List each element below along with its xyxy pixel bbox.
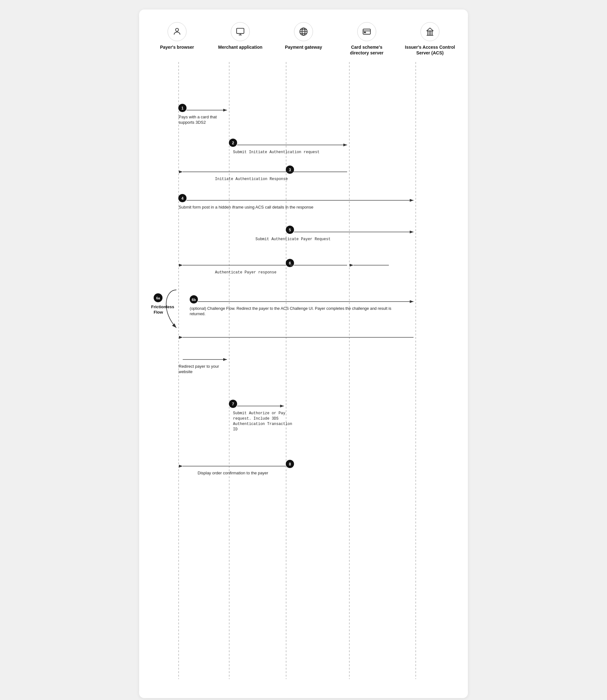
badge-1-text: 1 — [182, 106, 184, 111]
label-6a-line1: Frictionless — [151, 304, 174, 309]
label-4: Submit form post in a hidden iframe usin… — [179, 205, 313, 209]
label-1-line1: Pays with a card that — [179, 115, 217, 119]
label-8: Display order confirmation to the payer — [197, 471, 268, 475]
actors-row: Payer's browser Merchant application — [149, 22, 458, 56]
actor-label-merchant: Merchant application — [218, 44, 263, 50]
label-6a-line2: Flow — [154, 310, 163, 315]
globe-icon — [299, 27, 308, 36]
badge-7-text: 7 — [232, 402, 234, 406]
svg-rect-1 — [236, 28, 244, 34]
actor-browser: Payer's browser — [152, 22, 202, 50]
actor-label-acs: Issuer's Access Control Server (ACS) — [405, 44, 455, 56]
label-7-line4: ID — [233, 427, 237, 432]
label-6b-line1: (optional) Challenge Flow. Redirect the … — [190, 306, 391, 311]
actor-label-browser: Payer's browser — [160, 44, 194, 50]
label-5: Submit Authenticate Payer Request — [255, 237, 331, 241]
monitor-icon — [236, 27, 245, 36]
label-7-line2: request. Include 3DS — [233, 417, 278, 421]
actor-label-directory: Card scheme's directory server — [341, 44, 392, 56]
badge-2-text: 2 — [232, 141, 234, 145]
label-6: Authenticate Payer response — [215, 270, 276, 275]
person-icon — [173, 27, 182, 36]
label-6b-line2: returned. — [190, 312, 206, 316]
bank-icon — [425, 27, 434, 36]
actor-merchant: Merchant application — [215, 22, 266, 50]
actor-icon-gateway — [294, 22, 313, 41]
label-7-line1: Submit Authorize or Pay — [233, 411, 286, 416]
actor-directory: Card scheme's directory server — [341, 22, 392, 56]
badge-5-text: 5 — [289, 228, 291, 232]
actor-icon-merchant — [231, 22, 250, 41]
svg-point-0 — [175, 28, 178, 31]
label-redirect-line2: website — [178, 369, 192, 374]
svg-rect-11 — [364, 32, 366, 33]
sequence-svg: 1 Pays with a card that supports 3DS2 2 … — [149, 62, 458, 679]
label-7-line3: Authentication Transaction — [233, 422, 292, 426]
actor-label-gateway: Payment gateway — [285, 44, 322, 50]
svg-line-15 — [430, 28, 434, 31]
card-icon — [362, 27, 371, 36]
svg-line-14 — [427, 28, 430, 31]
diagram-container: Payer's browser Merchant application — [139, 9, 468, 698]
badge-6b-text: 6b — [192, 298, 196, 302]
badge-4-text: 4 — [182, 196, 184, 201]
actor-icon-browser — [168, 22, 187, 41]
label-2: Submit Initiate Authentication request — [233, 150, 320, 155]
label-3: Initiate Authentication Response — [215, 177, 288, 181]
label-redirect-line1: Redirect payer to your — [179, 364, 219, 369]
badge-8-text: 8 — [289, 462, 291, 466]
label-1-line2: supports 3DS2 — [179, 120, 206, 125]
actor-acs: Issuer's Access Control Server (ACS) — [405, 22, 455, 56]
actor-gateway: Payment gateway — [278, 22, 329, 50]
svg-rect-9 — [363, 29, 370, 34]
badge-6a-text: 6a — [156, 296, 160, 300]
actor-icon-acs — [420, 22, 439, 41]
badge-6-text: 6 — [289, 261, 291, 265]
actor-icon-directory — [357, 22, 376, 41]
badge-3-text: 3 — [289, 168, 291, 172]
